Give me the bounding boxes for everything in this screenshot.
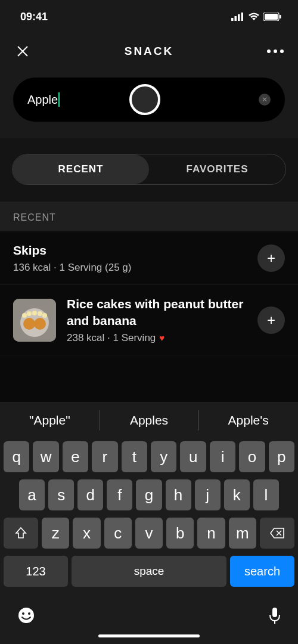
- key-o[interactable]: o: [239, 441, 265, 472]
- search-loading-icon: [129, 84, 160, 115]
- key-z[interactable]: z: [42, 518, 69, 549]
- key-space[interactable]: space: [72, 556, 226, 587]
- food-title: Rice cakes with peanut butter and banana: [67, 296, 250, 329]
- tab-favorites[interactable]: FAVORITES: [149, 154, 285, 184]
- svg-point-14: [27, 311, 32, 316]
- wifi-icon: [248, 13, 260, 21]
- key-f[interactable]: f: [107, 479, 132, 510]
- key-m[interactable]: m: [229, 518, 256, 549]
- key-v[interactable]: v: [135, 518, 163, 549]
- svg-point-17: [42, 313, 47, 318]
- key-r[interactable]: r: [92, 441, 117, 472]
- tabs-container: RECENT FAVORITES: [0, 138, 298, 202]
- food-title: Skips: [13, 242, 250, 258]
- status-bar: 09:41: [0, 0, 298, 33]
- keyboard-row: 123 space search: [4, 556, 294, 587]
- text-cursor: [58, 92, 60, 107]
- header: SNACK: [0, 33, 298, 72]
- close-icon[interactable]: [14, 43, 31, 60]
- svg-point-13: [22, 313, 27, 318]
- svg-point-20: [18, 608, 34, 623]
- key-w[interactable]: w: [33, 441, 58, 472]
- heart-icon: ♥: [159, 333, 164, 343]
- keyboard-rows: q w e r t y u i o p a s d f g h j k l: [0, 439, 298, 601]
- key-h[interactable]: h: [166, 479, 191, 510]
- svg-rect-1: [235, 16, 237, 21]
- key-s[interactable]: s: [48, 479, 74, 510]
- list-item[interactable]: Rice cakes with peanut butter and banana…: [0, 285, 298, 355]
- food-thumbnail: [13, 299, 56, 342]
- page-title: SNACK: [31, 45, 267, 58]
- keyboard-row: a s d f g h j k l: [4, 479, 294, 510]
- key-l[interactable]: l: [253, 479, 279, 510]
- svg-point-12: [34, 318, 46, 330]
- section-header-recent: RECENT: [0, 202, 298, 231]
- keyboard-row: z x c v b n m: [4, 518, 294, 549]
- content-spacer: [0, 355, 298, 402]
- more-icon[interactable]: [267, 49, 284, 53]
- backspace-icon: [269, 527, 285, 539]
- list-item-body: Rice cakes with peanut butter and banana…: [67, 296, 250, 344]
- tab-recent[interactable]: RECENT: [13, 154, 149, 184]
- key-q[interactable]: q: [4, 441, 29, 472]
- food-meta: 238 kcal · 1 Serving ♥: [67, 332, 250, 344]
- suggestion[interactable]: "Apple": [0, 402, 100, 439]
- key-b[interactable]: b: [166, 518, 194, 549]
- key-x[interactable]: x: [73, 518, 100, 549]
- add-food-button[interactable]: +: [257, 306, 285, 334]
- food-meta: 136 kcal · 1 Serving (25 g): [13, 262, 250, 274]
- key-n[interactable]: n: [197, 518, 225, 549]
- mic-icon[interactable]: [268, 606, 281, 627]
- key-backspace[interactable]: [260, 518, 294, 549]
- key-numbers[interactable]: 123: [4, 556, 68, 587]
- svg-point-11: [23, 318, 35, 330]
- status-indicators: [231, 13, 281, 21]
- list-item[interactable]: Skips 136 kcal · 1 Serving (25 g) +: [0, 231, 298, 285]
- svg-point-22: [28, 612, 30, 615]
- search-input[interactable]: Apple ✕: [13, 78, 285, 122]
- key-u[interactable]: u: [180, 441, 206, 472]
- key-c[interactable]: c: [104, 518, 132, 549]
- keyboard-bottom: [0, 601, 298, 627]
- key-e[interactable]: e: [63, 441, 88, 472]
- search-value: Apple: [27, 93, 58, 107]
- svg-rect-3: [241, 13, 244, 21]
- key-k[interactable]: k: [224, 479, 250, 510]
- add-food-button[interactable]: +: [257, 244, 285, 272]
- keyboard-row: q w e r t y u i o p: [4, 441, 294, 472]
- home-indicator[interactable]: [0, 627, 298, 644]
- key-t[interactable]: t: [122, 441, 147, 472]
- suggestion[interactable]: Apple's: [198, 402, 298, 439]
- svg-rect-0: [231, 18, 234, 21]
- emoji-icon[interactable]: [17, 606, 36, 627]
- cellular-icon: [231, 13, 244, 21]
- key-shift[interactable]: [4, 518, 38, 549]
- svg-point-15: [32, 311, 37, 315]
- key-a[interactable]: a: [19, 479, 45, 510]
- suggestion[interactable]: Apples: [100, 402, 199, 439]
- key-y[interactable]: y: [151, 441, 176, 472]
- svg-rect-23: [272, 608, 277, 617]
- list-item-body: Skips 136 kcal · 1 Serving (25 g): [13, 242, 250, 274]
- svg-point-21: [22, 612, 24, 615]
- key-p[interactable]: p: [269, 441, 294, 472]
- keyboard-suggestions: "Apple" Apples Apple's: [0, 402, 298, 439]
- clear-search-button[interactable]: ✕: [259, 94, 271, 106]
- status-time: 09:41: [20, 11, 48, 23]
- key-j[interactable]: j: [195, 479, 221, 510]
- shift-icon: [14, 527, 27, 540]
- svg-rect-6: [280, 15, 281, 18]
- search-container: Apple ✕: [0, 72, 298, 138]
- battery-icon: [263, 13, 281, 21]
- key-d[interactable]: d: [77, 479, 103, 510]
- tabs: RECENT FAVORITES: [12, 154, 286, 185]
- keyboard: "Apple" Apples Apple's q w e r t y u i o…: [0, 402, 298, 644]
- svg-rect-5: [265, 14, 278, 20]
- svg-point-16: [38, 311, 42, 316]
- key-i[interactable]: i: [210, 441, 235, 472]
- key-search[interactable]: search: [230, 556, 294, 587]
- key-g[interactable]: g: [136, 479, 162, 510]
- svg-rect-2: [238, 14, 240, 21]
